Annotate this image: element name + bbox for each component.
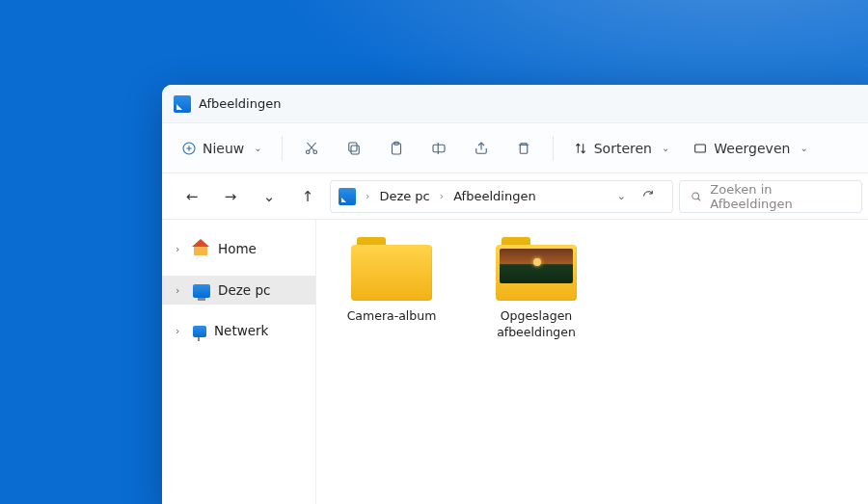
up-button[interactable]: ↑ [291,180,324,213]
svg-rect-11 [433,145,445,152]
copy-icon [345,140,363,157]
rename-button[interactable] [420,129,458,168]
navigation-pane: › Home › Deze pc › Netwerk [162,220,316,504]
svg-rect-7 [351,146,359,154]
clipboard-icon [388,140,405,157]
sort-button-label: Sorteren [594,141,652,156]
chevron-down-icon: ⌄ [800,143,807,153]
file-explorer-window: Afbeeldingen Nieuw ⌄ Sorteren [162,85,868,504]
sidebar-item-label: Deze pc [218,282,270,298]
home-icon [193,240,210,257]
scissors-icon [303,140,320,157]
address-bar[interactable]: › Deze pc › Afbeeldingen ⌄ [330,180,673,213]
folder-label: Camera-album [347,308,437,325]
view-icon [692,141,708,156]
rename-icon [430,140,448,157]
cut-button[interactable] [292,129,331,168]
chevron-right-icon: › [366,190,369,202]
explorer-body: › Home › Deze pc › Netwerk Camera-album [162,220,868,504]
svg-point-15 [692,193,699,199]
sidebar-item-network[interactable]: › Netwerk [162,316,315,345]
forward-button[interactable]: → [214,180,247,213]
share-button[interactable] [462,129,501,168]
new-button-label: Nieuw [203,141,244,156]
svg-point-4 [313,149,317,153]
folder-thumbnail [500,249,573,283]
sidebar-item-label: Netwerk [214,323,268,338]
chevron-right-icon: › [176,243,185,255]
svg-line-16 [698,198,701,200]
sidebar-item-this-pc[interactable]: › Deze pc [162,276,315,305]
new-button[interactable]: Nieuw ⌄ [172,135,272,162]
search-placeholder: Zoeken in Afbeeldingen [710,182,852,211]
sidebar-item-label: Home [218,241,257,256]
titlebar[interactable]: Afbeeldingen [162,85,868,123]
refresh-icon [641,189,656,203]
view-button[interactable]: Weergeven ⌄ [683,135,817,162]
pictures-library-icon [339,188,356,205]
plus-circle-icon [181,141,197,156]
separator [553,136,554,161]
navigation-bar: ← → ⌄ ↑ › Deze pc › Afbeeldingen ⌄ Zoeke… [162,173,868,220]
recent-locations-button[interactable]: ⌄ [253,180,285,213]
sidebar-item-home[interactable]: › Home [162,233,315,264]
back-button[interactable]: ← [176,180,208,213]
pictures-library-icon [174,95,191,113]
network-icon [193,326,206,337]
folder-icon [496,237,577,301]
paste-button[interactable] [377,129,416,168]
trash-icon [515,140,532,157]
svg-point-3 [306,149,310,153]
chevron-down-icon: ⌄ [254,143,261,153]
delete-button[interactable] [504,129,543,168]
separator [282,136,283,161]
sort-icon [573,141,588,156]
search-box[interactable]: Zoeken in Afbeeldingen [679,180,862,213]
sort-button[interactable]: Sorteren ⌄ [563,135,680,162]
svg-rect-13 [520,145,528,153]
monitor-icon [193,284,210,298]
refresh-button[interactable] [632,180,665,213]
command-bar: Nieuw ⌄ Sorteren ⌄ Weergeven [162,123,868,173]
search-icon [690,190,702,203]
svg-rect-8 [348,143,356,151]
share-icon [473,140,490,157]
folder-content[interactable]: Camera-album Opgeslagen afbeeldingen [316,220,868,504]
folder-label: Opgeslagen afbeeldingen [480,308,592,341]
window-title: Afbeeldingen [199,96,281,111]
breadcrumb-root[interactable]: Deze pc [379,189,429,203]
chevron-right-icon: › [176,325,185,337]
copy-button[interactable] [335,129,373,168]
address-dropdown-icon[interactable]: ⌄ [617,190,626,202]
chevron-right-icon: › [440,190,444,202]
chevron-right-icon: › [176,284,185,297]
folder-item[interactable]: Opgeslagen afbeeldingen [480,237,592,341]
folder-item[interactable]: Camera-album [336,237,448,325]
chevron-down-icon: ⌄ [662,143,669,153]
breadcrumb-current[interactable]: Afbeeldingen [453,189,535,203]
svg-rect-14 [695,145,706,152]
view-button-label: Weergeven [714,141,790,156]
folder-icon [351,237,432,301]
